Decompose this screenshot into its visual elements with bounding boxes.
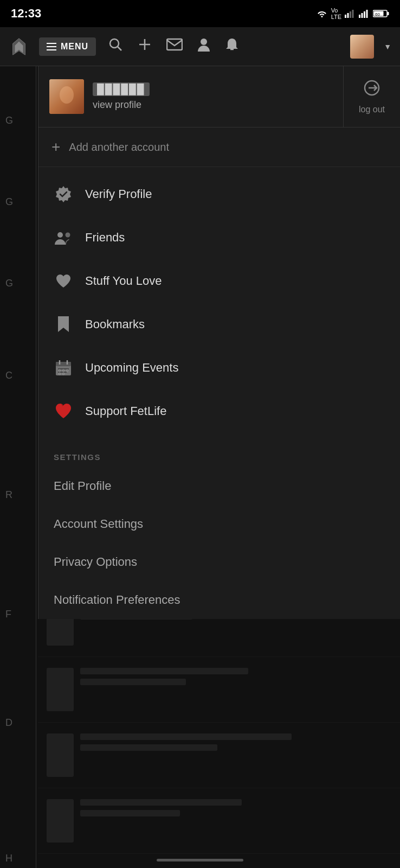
add-icon[interactable] [135, 35, 154, 58]
bookmarks-icon [54, 315, 73, 334]
svg-point-31 [67, 370, 68, 372]
svg-point-30 [63, 370, 64, 372]
account-settings-label: Account Settings [54, 517, 143, 531]
side-letters: G G G C R F D H [0, 66, 38, 868]
settings-section: SETTINGS Edit Profile Account Settings P… [38, 444, 400, 619]
privacy-options-label: Privacy Options [54, 555, 137, 569]
profile-info: ██████ view profile [93, 82, 150, 111]
settings-item-privacy-options[interactable]: Privacy Options [38, 543, 400, 581]
side-letter-c: C [5, 370, 12, 381]
add-account-label: Add another account [69, 141, 169, 154]
settings-item-notification-preferences[interactable]: Notification Preferences [38, 581, 400, 619]
svg-rect-7 [366, 10, 368, 18]
friends-icon [54, 228, 73, 247]
menu-item-bookmarks[interactable]: Bookmarks [38, 303, 400, 346]
stuff-you-love-label: Stuff You Love [85, 274, 162, 288]
logout-text: log out [359, 105, 385, 114]
profile-avatar [49, 79, 84, 114]
svg-rect-1 [347, 13, 349, 18]
search-icon[interactable] [106, 35, 125, 58]
menu-item-verify-profile[interactable]: Verify Profile [38, 173, 400, 216]
upcoming-events-label: Upcoming Events [85, 361, 178, 375]
svg-rect-16 [167, 39, 182, 50]
add-account-row[interactable]: + Add another account [38, 127, 400, 167]
svg-rect-24 [56, 362, 71, 366]
svg-point-32 [59, 373, 61, 375]
svg-point-33 [63, 373, 64, 375]
side-letter-h: H [5, 853, 12, 864]
svg-point-29 [59, 370, 61, 372]
svg-rect-0 [345, 15, 346, 18]
menu-item-support-fetlife[interactable]: Support FetLife [38, 390, 400, 433]
status-bar: 12:33 VoLTE 60 [0, 0, 400, 27]
menu-item-stuff-you-love[interactable]: Stuff You Love [38, 259, 400, 303]
svg-rect-2 [350, 11, 351, 18]
svg-point-21 [57, 232, 63, 238]
page-content: G G G C R F D H [0, 66, 400, 868]
menu-button[interactable]: MENU [39, 37, 96, 56]
status-time: 12:33 [11, 7, 41, 21]
view-profile-link[interactable]: view profile [93, 99, 150, 111]
support-fetlife-label: Support FetLife [85, 404, 166, 418]
svg-point-22 [66, 233, 70, 238]
menu-items: Verify Profile Friends [38, 167, 400, 438]
status-icons: VoLTE 60 [316, 7, 389, 20]
svg-point-17 [201, 39, 207, 45]
profile-left[interactable]: ██████ view profile [38, 66, 343, 127]
profile-username: ██████ [93, 82, 150, 96]
support-fetlife-icon [54, 401, 73, 421]
svg-line-13 [118, 47, 121, 50]
menu-item-friends[interactable]: Friends [38, 216, 400, 259]
verify-profile-label: Verify Profile [85, 187, 152, 201]
friends-label: Friends [85, 231, 125, 245]
menu-item-upcoming-events[interactable]: Upcoming Events [38, 346, 400, 390]
top-nav: MENU ▼ [0, 27, 400, 66]
svg-text:60: 60 [375, 12, 380, 17]
upcoming-events-icon [54, 358, 73, 378]
svg-point-12 [110, 39, 119, 48]
svg-rect-3 [352, 10, 354, 18]
svg-rect-6 [364, 11, 365, 18]
side-letter-g2: G [5, 196, 13, 208]
verify-profile-icon [54, 184, 73, 204]
settings-item-account-settings[interactable]: Account Settings [38, 505, 400, 543]
svg-rect-5 [362, 13, 363, 18]
svg-rect-9 [388, 12, 389, 15]
stuff-you-love-icon [54, 271, 73, 291]
app-logo [9, 36, 29, 57]
battery-icon: 60 [373, 9, 389, 18]
home-indicator [157, 859, 243, 861]
logout-icon [363, 79, 380, 100]
notification-preferences-label: Notification Preferences [54, 593, 180, 607]
side-letter-d: D [5, 717, 12, 729]
nav-dropdown-arrow: ▼ [384, 42, 391, 51]
add-account-icon: + [51, 139, 60, 155]
side-letter-r: R [5, 489, 12, 501]
menu-label: MENU [61, 42, 88, 52]
signal-icon2 [359, 9, 370, 18]
edit-profile-label: Edit Profile [54, 479, 111, 493]
svg-rect-4 [359, 15, 360, 18]
bookmarks-label: Bookmarks [85, 317, 145, 331]
settings-item-edit-profile[interactable]: Edit Profile [38, 467, 400, 505]
logout-button[interactable]: log out [343, 66, 400, 127]
settings-header: SETTINGS [38, 444, 400, 467]
notification-bell-icon[interactable] [223, 35, 241, 58]
side-letter-f: F [5, 609, 11, 620]
profile-section: ██████ view profile log out [38, 66, 400, 127]
nav-avatar[interactable] [350, 35, 374, 59]
mail-icon[interactable] [164, 36, 185, 57]
hamburger-icon [47, 43, 56, 50]
side-letter-g: G [5, 115, 13, 126]
signal-icon [345, 9, 356, 18]
side-letter-g3: G [5, 278, 13, 289]
dropdown-menu-panel: ██████ view profile log out + Add [38, 66, 400, 619]
person-icon[interactable] [195, 35, 213, 58]
volte-indicator: VoLTE [331, 7, 341, 20]
wifi-icon [316, 9, 328, 18]
